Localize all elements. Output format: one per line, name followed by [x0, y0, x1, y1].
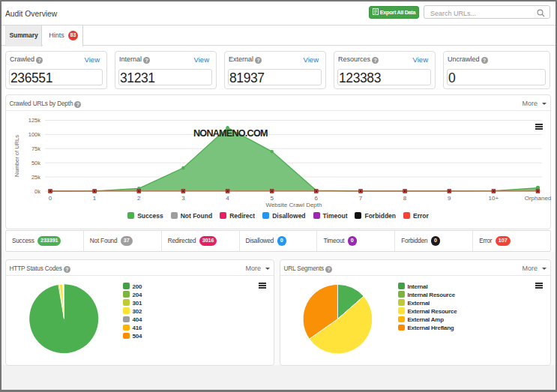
svg-text:3: 3 — [181, 195, 185, 202]
svg-text:1: 1 — [93, 195, 97, 202]
svg-text:0: 0 — [49, 195, 52, 202]
svg-text:4: 4 — [226, 195, 229, 202]
svg-text:9: 9 — [448, 195, 451, 202]
svg-text:Website Crawl Depth: Website Crawl Depth — [266, 202, 322, 208]
svg-text:5: 5 — [270, 195, 274, 202]
svg-text:0k: 0k — [34, 188, 40, 195]
svg-text:125k: 125k — [28, 117, 41, 124]
svg-text:10+: 10+ — [489, 195, 499, 202]
svg-text:Number of URLs: Number of URLs — [13, 135, 20, 177]
svg-text:25k: 25k — [31, 174, 40, 181]
svg-text:7: 7 — [359, 195, 363, 202]
svg-text:100k: 100k — [28, 131, 41, 138]
svg-text:6: 6 — [315, 195, 319, 202]
svg-text:2: 2 — [137, 195, 141, 202]
svg-text:50k: 50k — [31, 160, 40, 166]
svg-text:Orphaned: Orphaned — [525, 195, 552, 202]
svg-text:75k: 75k — [31, 145, 40, 152]
svg-text:8: 8 — [403, 195, 407, 202]
